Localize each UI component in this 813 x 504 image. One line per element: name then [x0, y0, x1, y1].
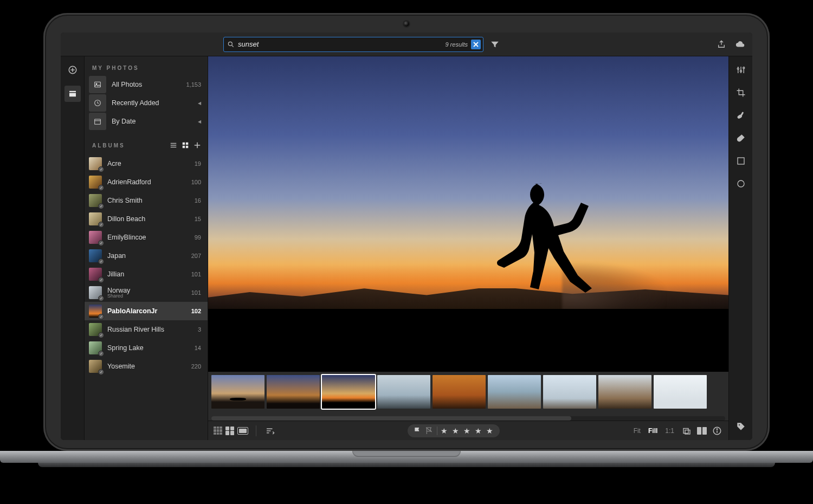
album-count: 3: [198, 326, 201, 333]
search-input[interactable]: [238, 40, 442, 48]
search-results-count: 9 results: [445, 41, 468, 48]
filmstrip-thumbnail[interactable]: [267, 375, 320, 409]
filmstrip-thumbnail[interactable]: [543, 375, 596, 409]
album-count: 207: [191, 253, 201, 259]
album-sublabel: Shared: [107, 293, 186, 299]
svg-point-36: [740, 70, 741, 72]
laptop-base: [0, 451, 813, 468]
album-count: 101: [191, 271, 201, 277]
view-grid-large-button[interactable]: [225, 427, 234, 435]
cloud-sync-button[interactable]: [733, 37, 747, 51]
nav-by-date[interactable]: By Date ◀: [85, 112, 208, 131]
album-thumbnail: [89, 305, 102, 318]
sort-button[interactable]: [264, 425, 276, 437]
left-rail: [61, 56, 85, 440]
album-item[interactable]: Dillon Beach15: [85, 210, 208, 228]
album-thumbnail: [89, 360, 102, 373]
album-item[interactable]: PabloAlarconJr102: [85, 302, 208, 320]
my-photos-panel-button[interactable]: [64, 86, 81, 102]
brush-button[interactable]: [734, 131, 748, 145]
filmstrip-thumbnail[interactable]: [211, 375, 264, 409]
album-item[interactable]: Yosemite220: [85, 357, 208, 376]
scrollbar-thumb[interactable]: [211, 416, 571, 421]
album-item[interactable]: EmilyBlincoe99: [85, 228, 208, 247]
healing-brush-button[interactable]: [734, 108, 748, 122]
sync-badge-icon: [98, 351, 104, 357]
person-silhouette: [489, 171, 608, 312]
album-item[interactable]: Japan207: [85, 247, 208, 265]
edit-sliders-button[interactable]: [734, 63, 748, 77]
photo-viewer[interactable]: [208, 56, 728, 372]
add-album-button[interactable]: [192, 140, 202, 150]
show-original-button[interactable]: [681, 425, 693, 437]
nav-label: Recently Added: [112, 99, 192, 107]
share-button[interactable]: [714, 37, 728, 51]
search-field[interactable]: 9 results: [223, 37, 483, 52]
app-window: 9 results: [61, 33, 752, 440]
album-item[interactable]: Acre19: [85, 154, 208, 173]
album-item[interactable]: AdrienRadford100: [85, 173, 208, 191]
add-photos-button[interactable]: [64, 62, 81, 78]
nav-recently-added[interactable]: Recently Added ◀: [85, 94, 208, 112]
clear-search-button[interactable]: [471, 40, 481, 49]
svg-rect-8: [69, 93, 76, 97]
linear-gradient-button[interactable]: [734, 154, 748, 168]
filter-button[interactable]: [488, 37, 502, 51]
zoom-fill-button[interactable]: Fill: [646, 427, 660, 435]
filmstrip-thumbnail[interactable]: [598, 375, 651, 409]
crop-button[interactable]: [734, 86, 748, 100]
albums-header: ALBUMS: [85, 131, 208, 154]
album-item[interactable]: Jillian101: [85, 265, 208, 283]
album-label: Acre: [107, 160, 189, 167]
svg-rect-27: [683, 428, 688, 433]
view-grid-small-button[interactable]: [214, 427, 222, 435]
filmstrip-thumbnail[interactable]: [322, 375, 375, 409]
webcam: [404, 21, 409, 27]
svg-point-35: [737, 68, 739, 69]
album-item[interactable]: Spring Lake14: [85, 339, 208, 357]
view-single-button[interactable]: [237, 427, 248, 435]
svg-rect-39: [740, 112, 744, 116]
chevron-left-icon: ◀: [198, 101, 201, 106]
flag-reject-icon[interactable]: [425, 427, 434, 435]
filmstrip-scrollbar[interactable]: [211, 416, 725, 421]
star-rating[interactable]: ★ ★ ★ ★ ★: [441, 427, 494, 435]
album-label: Dillon Beach: [107, 215, 189, 223]
photo-icon: [89, 76, 106, 93]
zoom-fit-button[interactable]: Fit: [631, 427, 643, 435]
nav-all-photos[interactable]: All Photos 1,153: [85, 75, 208, 94]
bottom-toolbar: ★ ★ ★ ★ ★ Fit Fill 1:1: [208, 421, 728, 440]
laptop-frame: 9 results: [43, 13, 770, 451]
compare-view-button[interactable]: [697, 427, 707, 435]
filmstrip: [208, 372, 728, 414]
album-thumbnail: [89, 268, 102, 281]
chevron-left-icon: ◀: [198, 119, 201, 124]
sync-badge-icon: [98, 277, 104, 283]
sync-badge-icon: [98, 222, 104, 228]
album-item[interactable]: NorwayShared101: [85, 283, 208, 302]
album-item[interactable]: Chris Smith16: [85, 191, 208, 210]
svg-point-37: [743, 67, 744, 69]
sync-badge-icon: [98, 295, 104, 301]
albums-grid-view-button[interactable]: [180, 140, 190, 150]
filmstrip-thumbnail[interactable]: [654, 375, 707, 409]
radial-gradient-button[interactable]: [734, 177, 748, 191]
filmstrip-thumbnail[interactable]: [488, 375, 541, 409]
sync-badge-icon: [98, 259, 104, 264]
album-count: 14: [195, 345, 201, 351]
flag-pick-icon[interactable]: [413, 427, 422, 435]
albums-list-view-button[interactable]: [169, 140, 178, 150]
filmstrip-thumbnail[interactable]: [377, 375, 430, 409]
filmstrip-thumbnail[interactable]: [433, 375, 486, 409]
sync-badge-icon: [98, 185, 104, 191]
info-button[interactable]: [711, 425, 723, 437]
albums-heading: ALBUMS: [92, 143, 166, 148]
album-thumbnail: [89, 231, 102, 244]
top-bar: 9 results: [61, 33, 752, 56]
album-item[interactable]: Russian River Hills3: [85, 320, 208, 339]
album-thumbnail: [89, 286, 102, 299]
keywords-button[interactable]: [734, 419, 748, 434]
clock-icon: [89, 94, 106, 112]
album-thumbnail: [89, 212, 102, 225]
zoom-1to1-button[interactable]: 1:1: [663, 427, 676, 435]
